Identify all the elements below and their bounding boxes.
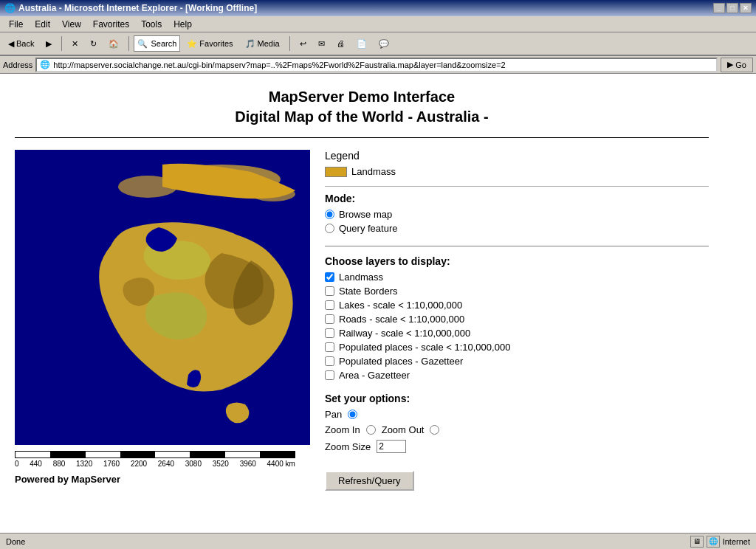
layer-state-borders: State Borders xyxy=(325,286,709,297)
query-feature-radio[interactable] xyxy=(325,224,334,233)
map-image[interactable] xyxy=(15,150,310,445)
history-button[interactable]: ↩ xyxy=(295,35,312,52)
mail-button[interactable]: ✉ xyxy=(313,35,330,52)
legend-label-landmass: Landmass xyxy=(351,166,396,177)
mail-icon: ✉ xyxy=(318,39,325,49)
address-label: Address xyxy=(3,61,32,69)
media-button[interactable]: 🎵 Media xyxy=(240,35,285,52)
history-icon: ↩ xyxy=(300,39,306,49)
legend-divider xyxy=(325,186,709,187)
toolbar-sep-2 xyxy=(128,36,129,51)
menu-bar: File Edit View Favorites Tools Help xyxy=(0,16,756,32)
pan-radio[interactable] xyxy=(348,410,357,419)
landmass-checkbox[interactable] xyxy=(325,272,334,282)
zoom-in-radio[interactable] xyxy=(366,425,376,435)
zoom-row: Zoom In Zoom Out xyxy=(325,424,709,435)
scale-label-2200: 2200 xyxy=(131,460,147,468)
legend-section: Legend Landmass xyxy=(325,150,709,177)
layers-section: Choose layers to display: Landmass State… xyxy=(325,255,709,381)
populated-places-scale-checkbox[interactable] xyxy=(325,342,334,352)
media-icon: 🎵 xyxy=(245,39,255,49)
scale-bar xyxy=(15,451,295,458)
toolbar-sep-3 xyxy=(289,36,290,51)
scale-label-4400: 4400 km xyxy=(267,460,295,468)
lakes-label: Lakes - scale < 1:10,000,000 xyxy=(339,300,462,311)
favorites-button[interactable]: ⭐ Favorites xyxy=(182,35,238,52)
window-title: Australia - Microsoft Internet Explorer … xyxy=(18,3,257,13)
refresh-icon: ↻ xyxy=(90,39,97,49)
railway-checkbox[interactable] xyxy=(325,328,334,338)
scale-label-880: 880 xyxy=(53,460,66,468)
menu-help[interactable]: Help xyxy=(168,18,198,31)
scale-label-3960: 3960 xyxy=(240,460,256,468)
menu-view[interactable]: View xyxy=(56,18,87,31)
map-scale: 0 440 880 1320 1760 2200 2640 3080 3520 … xyxy=(15,451,310,468)
go-arrow-icon: ▶ xyxy=(727,60,733,69)
minimize-button[interactable]: _ xyxy=(713,3,725,13)
pan-row: Pan xyxy=(325,409,709,420)
menu-tools[interactable]: Tools xyxy=(135,18,168,31)
state-borders-checkbox[interactable] xyxy=(325,286,334,296)
area-gazetteer-checkbox[interactable] xyxy=(325,370,334,380)
zoom-out-radio[interactable] xyxy=(430,425,439,435)
pan-label: Pan xyxy=(325,409,342,420)
menu-file[interactable]: File xyxy=(3,18,29,31)
scale-label-2640: 2640 xyxy=(158,460,174,468)
browse-map-radio[interactable] xyxy=(325,210,334,219)
zoom-out-label: Zoom Out xyxy=(382,424,425,435)
page-title: MapServer Demo Interface xyxy=(15,89,709,106)
close-button[interactable]: ✕ xyxy=(740,3,752,13)
forward-button[interactable]: ▶ xyxy=(41,35,57,52)
discuss-icon: 💬 xyxy=(379,39,389,49)
browse-map-label: Browse map xyxy=(339,209,392,220)
browser-icon: 🌐 xyxy=(4,3,16,13)
refresh-browser-button[interactable]: ↻ xyxy=(85,35,102,52)
address-url[interactable]: http://mapserver.socialchange.net.au/cgi… xyxy=(53,61,505,69)
home-button[interactable]: 🏠 xyxy=(103,35,124,52)
search-box[interactable]: 🔍 Search xyxy=(134,35,180,52)
address-favicon: 🌐 xyxy=(40,60,50,69)
state-borders-label: State Borders xyxy=(339,286,398,297)
print-icon: 🖨 xyxy=(337,39,345,48)
menu-edit[interactable]: Edit xyxy=(29,18,56,31)
roads-checkbox[interactable] xyxy=(325,314,334,324)
query-feature-label: Query feature xyxy=(339,223,398,234)
layers-title: Choose layers to display: xyxy=(325,255,709,267)
title-bar: 🌐 Australia - Microsoft Internet Explore… xyxy=(0,0,756,16)
home-icon: 🏠 xyxy=(109,39,119,49)
back-arrow-icon: ◀ xyxy=(8,39,14,49)
restore-button[interactable]: □ xyxy=(726,3,738,13)
stop-button[interactable]: ✕ xyxy=(66,35,83,52)
toolbar: ◀ Back ▶ ✕ ↻ 🏠 🔍 Search ⭐ Favorites 🎵 Me… xyxy=(0,32,756,56)
title-divider xyxy=(15,137,709,138)
scale-label-1320: 1320 xyxy=(76,460,92,468)
search-icon: 🔍 xyxy=(137,39,148,49)
refresh-query-button[interactable]: Refresh/Query xyxy=(325,471,414,491)
page-subtitle: Digital Map of the World - Australia - xyxy=(15,108,709,125)
mode-divider xyxy=(325,246,709,246)
discuss-button[interactable]: 💬 xyxy=(374,35,394,52)
mode-title: Mode: xyxy=(325,193,709,204)
zoom-in-label: Zoom In xyxy=(325,424,360,435)
go-button[interactable]: ▶ Go xyxy=(721,58,753,72)
radio-query-feature: Query feature xyxy=(325,223,709,234)
populated-places-gazetteer-label: Populated places - Gazetteer xyxy=(339,356,463,367)
landmass-layer-label: Landmass xyxy=(339,272,383,283)
layer-railway: Railway - scale < 1:10,000,000 xyxy=(325,328,709,339)
edit-button[interactable]: 📄 xyxy=(351,35,372,52)
scale-label-440: 440 xyxy=(30,460,42,468)
populated-places-gazetteer-checkbox[interactable] xyxy=(325,356,334,366)
options-title: Set your options: xyxy=(325,393,709,404)
stop-icon: ✕ xyxy=(72,39,78,49)
forward-arrow-icon: ▶ xyxy=(46,39,52,49)
layer-populated-places-scale: Populated places - scale < 1:10,000,000 xyxy=(325,342,709,353)
print-button[interactable]: 🖨 xyxy=(331,35,350,52)
scale-labels: 0 440 880 1320 1760 2200 2640 3080 3520 … xyxy=(15,460,295,468)
scale-label-3520: 3520 xyxy=(213,460,229,468)
zoom-size-row: Zoom Size xyxy=(325,440,709,453)
zoom-size-input[interactable] xyxy=(377,440,406,453)
back-button[interactable]: ◀ Back xyxy=(3,35,39,52)
roads-label: Roads - scale < 1:10,000,000 xyxy=(339,314,464,325)
lakes-checkbox[interactable] xyxy=(325,300,334,310)
menu-favorites[interactable]: Favorites xyxy=(87,18,135,31)
